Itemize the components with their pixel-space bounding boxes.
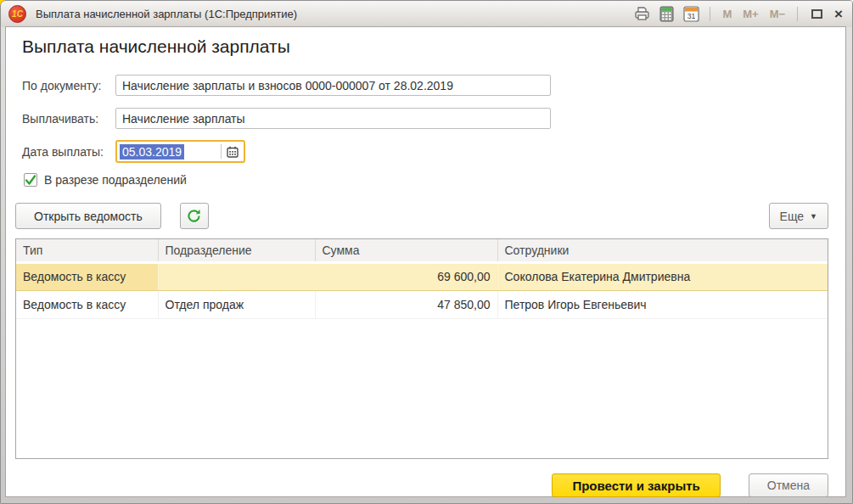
footer-buttons: Провести и закрыть Отмена [552,473,828,497]
table-row[interactable]: Ведомость в кассу Отдел продаж 47 850,00… [16,290,828,318]
maximize-icon[interactable] [807,6,826,23]
close-icon[interactable]: × [832,7,845,21]
svg-text:31: 31 [687,12,696,20]
toolbar: Открыть ведомость Еще ▼ [15,203,828,229]
post-and-close-button[interactable]: Провести и закрыть [552,473,720,497]
checkbox-check-icon [24,173,37,187]
window-title: Выплата начисленной зарплаты (1С:Предпри… [36,8,297,20]
cell-type[interactable]: Ведомость в кассу [16,262,158,290]
refresh-icon [187,209,201,223]
cell-department[interactable]: Отдел продаж [158,290,315,318]
memory-m-minus-button[interactable]: M− [767,8,788,20]
by-department-checkbox[interactable]: В разрезе подразделений [24,173,187,187]
pay-field[interactable]: Начисление зарплаты [115,108,551,129]
cell-amount[interactable]: 47 850,00 [315,290,497,318]
calendar-icon[interactable]: 31 [682,6,700,23]
payment-date-field[interactable]: 05.03.2019 [115,140,245,163]
memory-m-button[interactable]: M [720,8,734,20]
checkbox-label: В разрезе подразделений [44,173,187,187]
pay-field-value: Начисление зарплаты [122,112,245,126]
1c-logo-icon: 1С [8,5,26,23]
date-picker-icon[interactable] [222,142,244,161]
cell-employees[interactable]: Соколова Екатерина Дмитриевна [497,262,828,290]
app-window: 1С Выплата начисленной зарплаты (1С:Пред… [0,0,853,504]
document-field[interactable]: Начисление зарплаты и взносов 0000-00000… [115,75,551,96]
calculator-icon[interactable] [657,6,676,23]
payments-table: Тип Подразделение Сумма Сотрудники Ведом… [15,238,828,459]
column-header-employees[interactable]: Сотрудники [497,239,828,262]
print-icon[interactable] [632,6,651,23]
column-header-amount[interactable]: Сумма [315,239,497,262]
field-row-document: По документу: Начисление зарплаты и взно… [22,75,551,96]
column-header-department[interactable]: Подразделение [158,239,315,262]
memory-m-plus-button[interactable]: M+ [740,8,760,20]
field-row-pay: Выплачивать: Начисление зарплаты [22,108,551,129]
pay-field-label: Выплачивать: [22,112,115,126]
more-button-label: Еще [780,210,805,223]
titlebar-separator [710,7,710,21]
document-field-value: Начисление зарплаты и взносов 0000-00000… [122,79,453,92]
cell-amount[interactable]: 69 600,00 [315,262,497,290]
refresh-button[interactable] [180,203,209,229]
cell-employees[interactable]: Петров Игорь Евгеньевич [497,290,828,318]
cancel-button[interactable]: Отмена [749,473,828,497]
column-header-type[interactable]: Тип [16,239,158,262]
document-field-label: По документу: [22,79,115,92]
more-button[interactable]: Еще ▼ [769,203,828,229]
open-statement-button[interactable]: Открыть ведомость [15,203,161,229]
cell-type[interactable]: Ведомость в кассу [16,290,158,318]
titlebar: 1С Выплата начисленной зарплаты (1С:Пред… [1,1,852,27]
field-row-date: Дата выплаты: 05.03.2019 [22,140,245,163]
page-title: Выплата начисленной зарплаты [22,36,290,57]
form-content: Выплата начисленной зарплаты По документ… [6,27,845,496]
titlebar-separator [797,7,798,21]
table-row[interactable]: Ведомость в кассу 69 600,00 Соколова Ека… [16,262,828,290]
date-field-label: Дата выплаты: [22,145,115,159]
chevron-down-icon: ▼ [810,212,817,221]
table-header-row: Тип Подразделение Сумма Сотрудники [16,239,828,262]
cell-department[interactable] [158,262,315,290]
payment-date-value: 05.03.2019 [120,144,184,160]
